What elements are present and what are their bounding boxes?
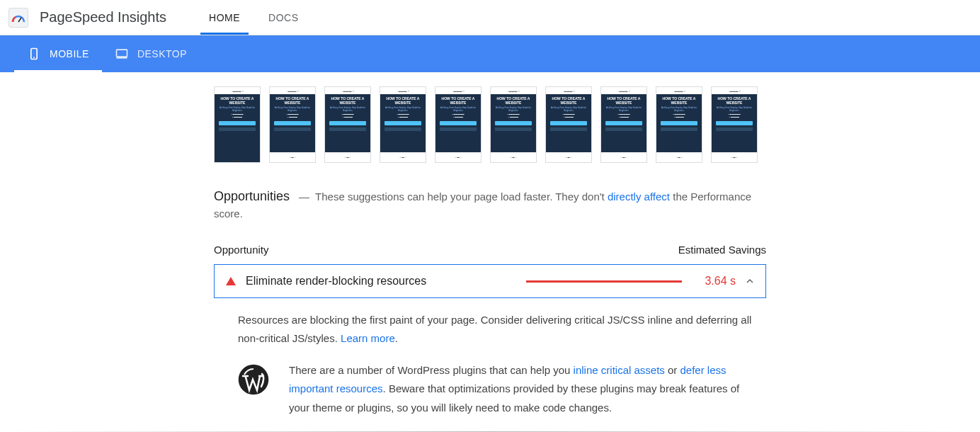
mobile-icon (27, 47, 41, 61)
psi-logo (8, 8, 28, 28)
tab-home[interactable]: HOME (209, 0, 240, 35)
filmstrip-thumb: ◦ ▬▬▬ ×HOW TO CREATE A WEBSITEAn Easy, F… (435, 86, 482, 163)
wordpress-text: There are a number of WordPress plugins … (289, 361, 755, 417)
top-nav: HOME DOCS (209, 0, 298, 35)
inline-critical-link[interactable]: inline critical assets (574, 364, 665, 376)
filmstrip-thumb: ◦ ▬▬▬ ×HOW TO CREATE A WEBSITEAn Easy, F… (324, 86, 371, 163)
filmstrip-thumb: ◦ ▬▬▬ ×HOW TO CREATE A WEBSITEAn Easy, F… (656, 86, 702, 163)
filmstrip-thumb: ◦ ▬▬▬ ×HOW TO CREATE A WEBSITEAn Easy, F… (269, 86, 316, 163)
svg-line-0 (18, 18, 21, 22)
filmstrip-thumb: ◦ ▬▬▬ ×HOW TO CREATE A WEBSITEAn Easy, F… (711, 86, 758, 163)
desktop-icon (115, 47, 129, 61)
filmstrip-thumb: ◦ ▬▬▬ ×HOW TO CREATE A WEBSITEAn Easy, F… (600, 86, 647, 163)
opportunity-row[interactable]: Eliminate render-blocking resources 3.64… (214, 264, 766, 298)
device-tab-desktop[interactable]: DESKTOP (102, 35, 200, 72)
device-tab-mobile[interactable]: MOBILE (14, 35, 102, 72)
opportunity-title: Eliminate render-blocking resources (246, 275, 426, 288)
chevron-up-icon (746, 277, 754, 285)
filmstrip-thumb: ◦ ▬▬▬ ×HOW TO CREATE A WEBSITEAn Easy, F… (490, 86, 537, 163)
opportunities-description: —These suggestions can help your page lo… (214, 191, 751, 220)
device-tabs-bar: MOBILE DESKTOP (0, 35, 980, 72)
savings-value: 3.64 s (705, 275, 736, 288)
filmstrip: ◦ ▬▬▬ ×HOW TO CREATE A WEBSITEAn Easy, F… (214, 86, 766, 163)
wordpress-icon (238, 364, 269, 395)
app-header: PageSpeed Insights HOME DOCS (0, 0, 980, 35)
detail-description: Resources are blocking the first paint o… (238, 311, 755, 347)
main-content: ◦ ▬▬▬ ×HOW TO CREATE A WEBSITEAn Easy, F… (214, 72, 766, 431)
device-tab-label: DESKTOP (137, 48, 187, 59)
svg-rect-3 (116, 50, 127, 57)
directly-affect-link[interactable]: directly affect (608, 191, 670, 203)
learn-more-link[interactable]: Learn more (341, 332, 395, 344)
filmstrip-thumb: ◦ ▬▬▬ ×HOW TO CREATE A WEBSITEAn Easy, F… (380, 86, 426, 163)
warning-icon (226, 277, 236, 285)
col-opportunity: Opportunity (214, 244, 269, 256)
opportunity-detail: Resources are blocking the first paint o… (214, 298, 766, 417)
opportunity-columns: Opportunity Estimated Savings (214, 244, 766, 256)
opportunities-header: Opportunities —These suggestions can hel… (214, 188, 766, 222)
filmstrip-thumb: ◦ ▬▬▬ ×HOW TO CREATE A WEBSITEAn Easy, F… (545, 86, 592, 163)
filmstrip-thumb: ◦ ▬▬▬ ×HOW TO CREATE A WEBSITEAn Easy, F… (214, 86, 261, 163)
savings-bar (526, 280, 682, 283)
device-tab-label: MOBILE (50, 48, 89, 59)
app-title: PageSpeed Insights (40, 9, 166, 25)
col-savings: Estimated Savings (678, 244, 766, 256)
wordpress-advice: There are a number of WordPress plugins … (238, 361, 755, 417)
tab-docs[interactable]: DOCS (268, 0, 298, 35)
opportunities-heading: Opportunities (214, 189, 290, 203)
